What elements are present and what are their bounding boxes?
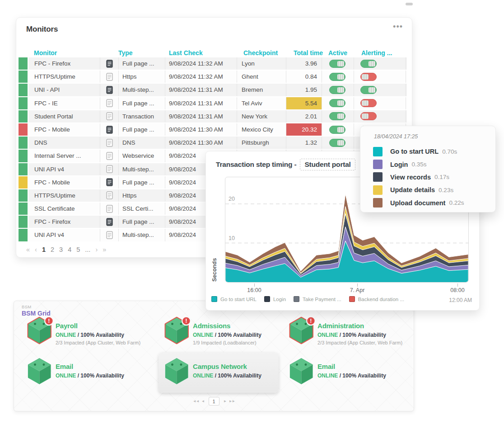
monitor-row[interactable]: FPC - Firefox Full page ... 9/08/2024 11… xyxy=(19,57,407,71)
cube-icon-wrap xyxy=(164,357,191,386)
service-cube-icon xyxy=(164,357,191,386)
monitor-row[interactable]: Student Portal Transaction 9/08/2024 11:… xyxy=(19,110,407,123)
status-bar-green xyxy=(19,110,28,123)
impacted-line: 2/3 Impacted (App Cluster, Web Farm) xyxy=(56,340,140,345)
active-cell xyxy=(322,57,354,70)
toggle-knob xyxy=(337,127,344,132)
monitor-type-icon-cell xyxy=(100,137,119,149)
active-toggle[interactable] xyxy=(329,112,345,120)
last-page-button[interactable]: » xyxy=(103,246,106,253)
y-axis-label: Seconds xyxy=(211,177,218,282)
page-button-1[interactable]: 1 xyxy=(42,246,46,253)
alerting-toggle[interactable] xyxy=(360,73,377,81)
legend-item-go-to-start-url[interactable]: Go to start URL xyxy=(211,296,257,302)
active-toggle[interactable] xyxy=(329,139,345,147)
alerting-toggle[interactable] xyxy=(360,99,377,107)
legend-item-login[interactable]: Login xyxy=(264,296,286,302)
status-bar-green xyxy=(19,84,28,96)
column-header-total-time[interactable]: Total time xyxy=(287,49,323,57)
monitor-type: Https xyxy=(119,189,165,202)
legend-swatch-icon xyxy=(294,296,299,302)
cube-icon-wrap xyxy=(289,357,316,386)
monitor-row[interactable]: DNS DNS 9/08/2024 11:30 AM Pittsburgh 1.… xyxy=(19,137,407,150)
status-bar-green xyxy=(19,97,28,109)
monitor-row[interactable]: UNI - API Multi-step... 9/08/2024 11:31 … xyxy=(19,84,407,97)
status-online: ONLINE xyxy=(193,332,213,338)
alerting-toggle[interactable] xyxy=(360,112,377,120)
page-button-3[interactable]: 3 xyxy=(59,246,63,253)
report-light-icon xyxy=(106,152,113,160)
report-dark-icon xyxy=(106,86,113,94)
column-header-active[interactable]: Active xyxy=(323,49,355,57)
page-button-ellipsis[interactable]: ... xyxy=(85,246,90,253)
bsm-item-administration[interactable]: ! Administration ONLINE / 100% Availabil… xyxy=(289,316,418,345)
last-check: 9/08/2024 11:32 AM xyxy=(165,71,237,83)
monitor-type: Webservice xyxy=(119,150,165,162)
monitor-row[interactable]: FPC - Mobile Full page ... 9/08/2024 11:… xyxy=(19,123,407,137)
monitor-row[interactable]: HTTPS/Uptime Https 9/08/2024 11:32 AM Gh… xyxy=(19,71,407,84)
last-check: 9/08/2024 11:31 AM xyxy=(165,110,237,123)
bsm-item-email[interactable]: Email ONLINE / 100% Availability xyxy=(27,357,156,386)
bsm-item-admissions[interactable]: ! Admissions ONLINE / 100% Availability … xyxy=(164,316,293,345)
panel-menu-icon[interactable]: ••• xyxy=(393,22,403,32)
active-toggle[interactable] xyxy=(329,126,345,134)
service-status-line: ONLINE / 100% Availability xyxy=(317,332,402,338)
report-light-icon xyxy=(106,73,113,81)
column-header-monitor[interactable]: Monitor xyxy=(19,49,101,57)
panel-title: Monitors xyxy=(26,25,58,34)
x-tick-label-16-00: 16:00 xyxy=(236,287,272,293)
last-check: 9/08/2024 11:32 AM xyxy=(165,57,237,70)
active-toggle[interactable] xyxy=(329,60,345,68)
svg-text:!: ! xyxy=(310,317,312,324)
bsm-item-email[interactable]: Email ONLINE / 100% Availability xyxy=(289,357,418,386)
total-time: 20.32 xyxy=(286,123,322,136)
bsm-item-text: Admissions ONLINE / 100% Availability 1/… xyxy=(193,322,261,345)
status-online: ONLINE xyxy=(317,332,338,338)
legend-item-backend-duration[interactable]: Backend duration ... xyxy=(349,296,404,302)
prev-page-button[interactable]: ‹ xyxy=(35,246,37,253)
report-dark-icon xyxy=(106,178,113,186)
column-header-checkpoint[interactable]: Checkpoint xyxy=(238,49,287,57)
bsm-first-page-button[interactable]: ◄◄ xyxy=(193,399,199,403)
bsm-current-page[interactable]: 1 xyxy=(209,397,219,406)
monitor-row[interactable]: FPC - IE Full page ... 9/08/2024 11:31 A… xyxy=(19,97,407,110)
bsm-prev-page-button[interactable]: ◄ xyxy=(201,399,205,403)
monitor-type-icon-cell xyxy=(100,57,119,70)
page-button-4[interactable]: 4 xyxy=(68,246,71,253)
bsm-item-payroll[interactable]: ! Payroll ONLINE / 100% Availability 2/3… xyxy=(27,316,156,345)
scrollbar-thumb[interactable] xyxy=(406,3,413,5)
toggle-knob xyxy=(337,87,344,93)
service-cube-alert-icon: ! xyxy=(289,316,316,345)
next-page-button[interactable]: › xyxy=(95,246,98,253)
status-bar-yellow xyxy=(19,176,28,189)
service-name: Administration xyxy=(317,322,402,330)
alerting-toggle[interactable] xyxy=(360,86,377,94)
monitor-type: Multi-step... xyxy=(119,229,165,241)
page-button-5[interactable]: 5 xyxy=(76,246,80,253)
status-online: ONLINE xyxy=(56,373,76,379)
bsm-grid-panel: BSM BSM Grid ! Payroll ONLINE / 100% Ava… xyxy=(14,301,414,411)
active-toggle[interactable] xyxy=(329,86,345,94)
toggle-knob xyxy=(337,140,344,146)
active-toggle[interactable] xyxy=(329,99,345,107)
monitor-type-icon-cell xyxy=(100,71,119,83)
first-page-button[interactable]: « xyxy=(26,246,30,253)
service-name: Payroll xyxy=(56,322,140,330)
status-online: ONLINE xyxy=(193,373,213,379)
monitor-name: FPC - Firefox xyxy=(28,57,100,70)
column-header-alerting[interactable]: Alerting ... xyxy=(355,49,407,57)
active-toggle[interactable] xyxy=(329,73,345,81)
bsm-pagination: ◄◄◄1►►► xyxy=(14,397,414,406)
column-header-last-check[interactable]: Last Check xyxy=(166,49,238,57)
alerting-toggle[interactable] xyxy=(360,60,377,68)
column-header-type[interactable]: Type xyxy=(101,49,166,57)
bsm-item-text: Payroll ONLINE / 100% Availability 2/3 I… xyxy=(56,322,140,345)
bsm-next-page-button[interactable]: ► xyxy=(224,399,227,403)
bsm-item-campus-network[interactable]: Campus Network ONLINE / 100% Availabilit… xyxy=(164,357,293,386)
legend-item-take-payment[interactable]: Take Payment ... xyxy=(294,296,341,302)
bsm-last-page-button[interactable]: ►► xyxy=(229,399,235,403)
cube-icon-wrap: ! xyxy=(27,316,54,345)
page-button-2[interactable]: 2 xyxy=(51,246,54,253)
bsm-item-text: Administration ONLINE / 100% Availabilit… xyxy=(317,322,402,345)
monitor-selector-dropdown[interactable]: Student portal xyxy=(300,159,355,170)
